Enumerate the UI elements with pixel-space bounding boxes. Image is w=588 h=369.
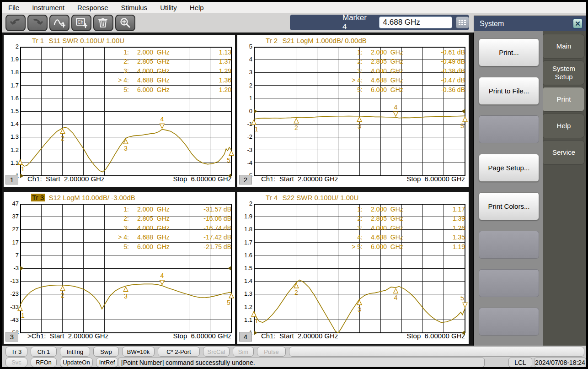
marker-readout-frequency: 4.688 GHz xyxy=(137,76,170,85)
trace-number-box: 3 xyxy=(5,332,18,342)
svg-text:3: 3 xyxy=(358,123,361,130)
trace-marker-5: 5 xyxy=(460,294,467,307)
menu-item-stimulus[interactable]: Stimulus xyxy=(115,2,154,13)
softkey-print-colors[interactable]: Print Colors... xyxy=(479,192,539,220)
tab-help[interactable]: Help xyxy=(543,114,585,138)
svg-text:Ch: Ch xyxy=(78,20,84,25)
chart-title: Tr 3 S12 LogM 10.00dB/ -3.00dB xyxy=(31,194,135,201)
svg-text:2: 2 xyxy=(294,124,298,131)
tab-system-setup[interactable]: System Setup xyxy=(543,60,585,85)
chart-title: Tr 4 S22 SWR 0.100U/ 1.00U xyxy=(265,194,358,201)
x-axis-stop-label: Stop 6.00000 GHz xyxy=(406,175,465,183)
y-axis-label: -4 xyxy=(237,160,252,166)
x-axis-stop-label: Stop 6.00000 GHz xyxy=(406,332,465,340)
trace-marker-4: 4 xyxy=(393,103,398,116)
zoom-icon xyxy=(119,17,131,29)
chart-panel-3: Tr 3 S12 LogM 10.00dB/ -3.00dB473727177-… xyxy=(4,192,235,344)
close-icon[interactable]: ✕ xyxy=(572,18,583,29)
svg-text:5: 5 xyxy=(227,299,230,306)
ref-level-arrow-left xyxy=(20,174,24,178)
y-axis-label: 1.2 xyxy=(237,304,252,310)
trace-marker-2: 2 xyxy=(294,283,299,296)
softkey-blank xyxy=(479,308,539,336)
add-channel-button[interactable]: Ch xyxy=(71,15,91,31)
trace-format-label: S12 LogM 10.00dB/ -3.00dB xyxy=(45,194,135,201)
menu-item-response[interactable]: Response xyxy=(71,2,115,13)
undo-button xyxy=(5,15,26,31)
status-button-srccal[interactable]: SrcCal xyxy=(203,347,230,357)
status-message: [Point Number] command successfully undo… xyxy=(118,358,485,367)
svg-text:1: 1 xyxy=(21,165,25,173)
trace-marker-5: 5 xyxy=(460,117,467,130)
trace-marker-2: 2 xyxy=(60,286,65,299)
marker-bar: Marker 4 xyxy=(290,15,469,30)
status-button-bw-10k[interactable]: BW=10k xyxy=(122,347,155,357)
marker-readout-frequency: 6.000 GHz xyxy=(371,85,403,94)
trace-label: Tr 1 xyxy=(31,37,45,44)
y-axis-label: -23 xyxy=(4,291,19,297)
status-button-sim[interactable]: Sim xyxy=(233,347,254,357)
softkey-print-to-file[interactable]: Print to File... xyxy=(479,77,539,105)
marker-readout-number: 5: xyxy=(112,85,129,94)
marker-label: Marker 4 xyxy=(342,13,373,32)
status-button-rfon[interactable]: RFOn xyxy=(31,358,57,367)
tab-main[interactable]: Main xyxy=(543,34,585,59)
delete-button[interactable] xyxy=(93,15,113,31)
marker-readout-frequency: 4.000 GHz xyxy=(371,66,403,76)
y-axis-label: 0 xyxy=(237,108,252,114)
status-button-ch-1[interactable]: Ch 1 xyxy=(31,347,57,357)
status-button-c-2-port[interactable]: C* 2-Port xyxy=(158,347,200,357)
undo-icon xyxy=(10,17,21,29)
y-axis-label: 1.4 xyxy=(4,121,19,127)
softkey-blank xyxy=(479,115,539,143)
ref-level-arrow-right xyxy=(461,109,465,114)
trace-marker-5: 5 xyxy=(227,151,234,164)
status-button-intref[interactable]: IntRef xyxy=(96,358,118,367)
status-button-updateon[interactable]: UpdateOn xyxy=(60,358,93,367)
add-trace-button[interactable] xyxy=(49,15,69,31)
svg-text:2: 2 xyxy=(61,135,64,142)
status-button-swp[interactable]: Swp xyxy=(93,347,119,357)
tab-service[interactable]: Service xyxy=(543,140,585,165)
softkey-print[interactable]: Print... xyxy=(479,38,539,66)
y-axis-label: -3 xyxy=(4,265,19,271)
svg-text:3: 3 xyxy=(124,293,128,300)
marker-readout-frequency: 6.000 GHz xyxy=(137,242,170,251)
svg-text:5: 5 xyxy=(460,122,464,130)
status-button-tr-3[interactable]: Tr 3 xyxy=(5,347,27,357)
trace-marker-2: 2 xyxy=(60,129,65,142)
tab-print[interactable]: Print xyxy=(543,87,585,112)
trace-marker-1: 1 xyxy=(18,306,25,319)
status-button-inttrig[interactable]: IntTrig xyxy=(60,347,90,357)
menu-item-utility[interactable]: Utility xyxy=(154,2,183,13)
chart-panel-1: Tr 1 S11 SWR 0.100U/ 1.00U21.91.81.71.61… xyxy=(4,35,235,187)
status-button-svc[interactable]: Svc xyxy=(5,358,27,367)
chart-panel-4: Tr 4 S22 SWR 0.100U/ 1.00U21.91.81.71.61… xyxy=(237,192,469,344)
menu-item-file[interactable]: File xyxy=(2,2,26,13)
marker-readout-number: 2: xyxy=(346,57,363,66)
marker-readout-value: 1.29 xyxy=(176,66,231,76)
menu-item-help[interactable]: Help xyxy=(183,2,210,13)
system-panel-tab-column: MainSystem SetupPrintHelpService xyxy=(543,31,586,348)
system-panel-title: System xyxy=(480,20,504,28)
marker-frequency-input[interactable] xyxy=(379,16,452,28)
y-axis-label: 1.7 xyxy=(237,239,252,246)
svg-text:1: 1 xyxy=(21,312,25,319)
svg-text:3: 3 xyxy=(358,306,361,313)
trace-marker-1: 1 xyxy=(18,160,25,173)
menu-item-instrument[interactable]: Instrument xyxy=(26,2,71,13)
trace-label: Tr 2 xyxy=(265,37,278,44)
keypad-button[interactable] xyxy=(456,16,469,28)
softkey-blank xyxy=(479,269,539,297)
chart-title: Tr 2 S21 LogM 1.000dB/ 0.00dB xyxy=(265,37,367,44)
trace-label: Tr 3 xyxy=(31,194,45,201)
marker-readout-number: 3: xyxy=(112,66,129,76)
status-button-pulse[interactable]: Pulse xyxy=(257,347,286,357)
svg-text:2: 2 xyxy=(294,289,298,296)
y-axis-label: 1 xyxy=(237,95,252,102)
softkey-page-setup[interactable]: Page Setup... xyxy=(479,154,539,182)
y-axis-label: 1.1 xyxy=(237,317,252,323)
zoom-button[interactable] xyxy=(115,15,135,31)
marker-readout-frequency: 2.000 GHz xyxy=(137,48,170,57)
trace-label: Tr 4 xyxy=(265,194,278,201)
